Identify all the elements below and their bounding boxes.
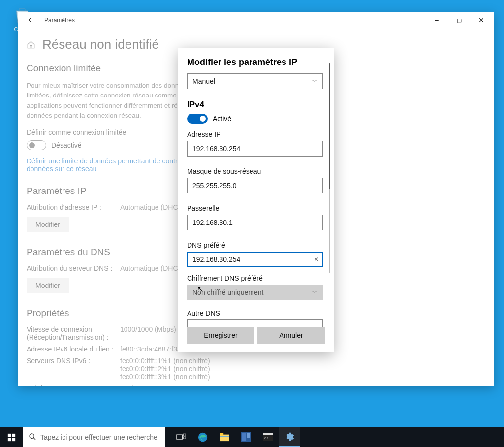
svg-text:C:\: C:\ <box>264 437 268 440</box>
svg-point-5 <box>30 434 34 438</box>
svg-rect-18 <box>263 433 273 435</box>
addr-label: Adresse IP <box>187 130 323 138</box>
taskbar: C:\ <box>0 427 504 447</box>
ipv4-toggle[interactable] <box>187 114 208 124</box>
back-button[interactable]: 🡠 <box>25 13 39 28</box>
minimize-button[interactable]: ━ <box>426 13 448 28</box>
dns1-label: DNS préféré <box>187 241 323 249</box>
terminal-icon[interactable]: C:\ <box>257 427 279 447</box>
scrollbar[interactable] <box>329 63 330 273</box>
settings-icon[interactable] <box>279 427 300 447</box>
svg-rect-4 <box>12 438 15 441</box>
enc1-select[interactable]: Non chiffré uniquement ﹀ <box>187 285 323 300</box>
mode-select[interactable]: Manuel ﹀ <box>187 73 323 89</box>
ip-settings-modal: Modifier les paramètres IP Manuel ﹀ IPv4… <box>178 48 334 352</box>
svg-rect-2 <box>12 433 15 437</box>
titlebar: 🡠 Paramètres ━ ▢ ✕ <box>18 12 494 28</box>
mask-input[interactable] <box>187 178 323 193</box>
close-button[interactable]: ✕ <box>470 13 492 28</box>
svg-rect-15 <box>242 433 246 441</box>
app-icon-1[interactable] <box>235 427 257 447</box>
cancel-button[interactable]: Annuler <box>257 327 325 344</box>
ipv4-state: Activé <box>213 115 231 123</box>
svg-rect-7 <box>177 435 183 439</box>
chevron-down-icon: ﹀ <box>312 78 317 85</box>
dns2-input[interactable] <box>187 319 323 327</box>
search-icon <box>29 433 36 442</box>
search-input[interactable] <box>40 433 159 441</box>
svg-rect-9 <box>183 437 186 439</box>
svg-rect-13 <box>220 436 229 437</box>
svg-rect-8 <box>183 434 186 436</box>
clear-icon[interactable]: ✕ <box>314 256 319 263</box>
enc1-label: Chiffrement DNS préféré <box>187 274 323 282</box>
dns2-label: Autre DNS <box>187 309 323 317</box>
svg-rect-12 <box>220 433 223 436</box>
ipv4-heading: IPv4 <box>187 100 323 110</box>
svg-rect-3 <box>7 438 11 441</box>
svg-rect-11 <box>220 435 229 442</box>
gw-input[interactable] <box>187 215 323 230</box>
save-button[interactable]: Enregistrer <box>187 327 254 344</box>
explorer-icon[interactable] <box>214 427 235 447</box>
dns1-input[interactable] <box>187 252 323 267</box>
task-view-icon[interactable] <box>170 427 192 447</box>
gw-label: Passerelle <box>187 204 323 212</box>
addr-input[interactable] <box>187 141 323 157</box>
chevron-down-icon: ﹀ <box>312 289 317 296</box>
taskbar-search[interactable] <box>23 427 165 447</box>
maximize-button[interactable]: ▢ <box>448 13 470 28</box>
svg-line-6 <box>33 438 35 440</box>
svg-rect-1 <box>7 433 11 437</box>
modal-title: Modifier les paramètres IP <box>187 57 323 67</box>
edge-icon[interactable] <box>192 427 214 447</box>
mask-label: Masque de sous-réseau <box>187 167 323 175</box>
window-title: Paramètres <box>44 17 426 24</box>
svg-rect-16 <box>247 433 250 438</box>
start-button[interactable] <box>0 427 23 447</box>
